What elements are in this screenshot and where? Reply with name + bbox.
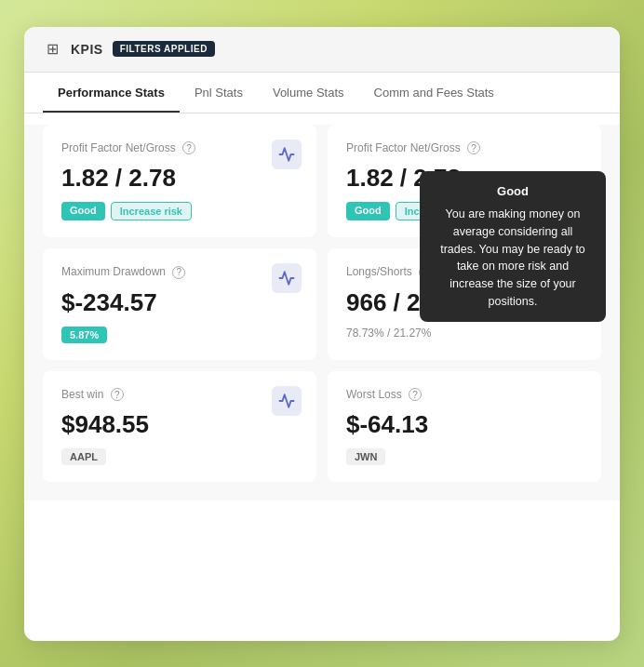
stat-value-best-win: $948.55: [61, 410, 298, 439]
stat-label-worst-loss: Worst Loss ?: [346, 388, 583, 402]
stat-card-profit-factor: Profit Factor Net/Gross ? 1.82 / 2.78 Go…: [43, 125, 316, 238]
tab-comm[interactable]: Comm and Fees Stats: [359, 73, 509, 113]
tab-volume[interactable]: Volume Stats: [258, 73, 359, 113]
badge-good-right: Good: [346, 202, 390, 220]
badge-good-profit: Good: [61, 202, 105, 220]
kpi-header: ⊞ KPIS FILTERS APPLIED: [24, 27, 620, 73]
chart-button-drawdown[interactable]: [272, 263, 302, 293]
help-icon-profit[interactable]: ?: [182, 141, 195, 154]
tabs-bar: Performance Stats Pnl Stats Volume Stats…: [24, 73, 620, 113]
badge-row-profit: Good Increase risk: [61, 202, 298, 220]
stat-card-worst-loss: Worst Loss ? $-64.13 JWN: [328, 371, 601, 483]
badge-aapl: AAPL: [61, 448, 106, 465]
help-icon-worst-loss[interactable]: ?: [409, 388, 422, 401]
badge-jwn: JWN: [346, 448, 385, 465]
kpi-title: KPIS: [71, 42, 103, 57]
badge-row-drawdown: 5.87%: [61, 327, 298, 343]
stat-card-best-win: Best win ? $948.55 AAPL: [43, 371, 316, 483]
stat-label-drawdown: Maximum Drawdown ?: [61, 265, 298, 279]
chart-button-profit[interactable]: [272, 140, 302, 169]
stat-value-drawdown: $-234.57: [61, 288, 298, 317]
tab-performance[interactable]: Performance Stats: [43, 73, 180, 113]
stat-label-profit-right: Profit Factor Net/Gross ?: [346, 141, 583, 155]
badge-row-best-win: AAPL: [61, 448, 298, 465]
stat-sub-longs: 78.73% / 21.27%: [346, 327, 583, 340]
tooltip-body: You are making money on average consider…: [435, 206, 591, 311]
help-icon-profit-right[interactable]: ?: [467, 141, 480, 154]
stat-card-drawdown: Maximum Drawdown ? $-234.57 5.87%: [43, 248, 316, 360]
badge-pct-drawdown: 5.87%: [61, 327, 107, 343]
tooltip-overlay: Good You are making money on average con…: [420, 171, 606, 322]
stat-value-worst-loss: $-64.13: [346, 410, 583, 439]
grid-icon: ⊞: [43, 40, 61, 59]
badge-row-worst-loss: JWN: [346, 448, 583, 465]
tab-pnl[interactable]: Pnl Stats: [180, 73, 258, 113]
tooltip-title: Good: [435, 182, 591, 201]
stat-value-profit: 1.82 / 2.78: [61, 164, 298, 193]
filters-badge: FILTERS APPLIED: [113, 41, 215, 57]
stat-label-profit: Profit Factor Net/Gross ?: [61, 141, 298, 155]
help-icon-drawdown[interactable]: ?: [172, 266, 185, 279]
main-card: ⊞ KPIS FILTERS APPLIED Performance Stats…: [24, 27, 620, 641]
chart-button-best-win[interactable]: [272, 386, 302, 416]
badge-increase-profit: Increase risk: [111, 202, 192, 220]
help-icon-best-win[interactable]: ?: [111, 388, 124, 401]
stat-label-best-win: Best win ?: [61, 388, 298, 402]
